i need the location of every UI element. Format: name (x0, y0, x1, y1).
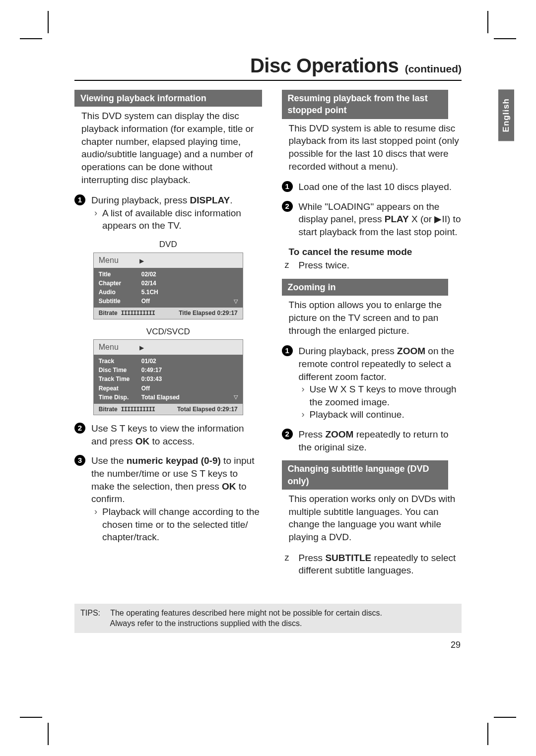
language-tab: English (498, 89, 514, 141)
zoom-intro: This option allows you to enlarge the pi… (289, 299, 462, 337)
viewing-step-1: 1 During playback, press DISPLAY. A list… (74, 194, 262, 232)
step-text: During playback, press ZOOM on the remot… (299, 346, 455, 381)
play-icon: ▶ (139, 344, 144, 352)
section-head-viewing: Viewing playback information (74, 90, 262, 107)
section-head-subtitle: Changing subtitle language (DVD only) (282, 460, 449, 490)
viewing-step-2: 2 Use S T keys to view the information a… (74, 422, 262, 447)
manual-page: English Disc Operations (continued) View… (0, 0, 536, 756)
step-number-icon: 3 (74, 455, 85, 466)
step-text: Use the numeric keypad (0-9) to input th… (91, 455, 254, 504)
crop-mark (487, 11, 488, 33)
step-number-icon: 2 (74, 423, 85, 434)
step-text: Press ZOOM repeatedly to return to the o… (299, 429, 449, 452)
left-column: Viewing playback information This DVD sy… (74, 90, 262, 584)
step-number-icon: 1 (74, 194, 85, 205)
menu-rows: Track01/02 Disc Time0:49:17 Track Time0:… (94, 355, 243, 404)
viewing-step-3: 3 Use the numeric keypad (0-9) to input … (74, 454, 262, 543)
step-text: During playback, press DISPLAY. (91, 195, 232, 205)
menu-header: Menu ▶ (94, 340, 243, 355)
vcd-label: VCD/SVCD (74, 326, 262, 338)
subtitle-step: z Press SUBTITLE repeatedly to select di… (282, 552, 462, 577)
step-number-icon: 1 (282, 345, 293, 356)
menu-header: Menu ▶ (94, 253, 243, 268)
chevron-down-icon: ▽ (234, 298, 238, 305)
play-icon: ▶ (139, 257, 144, 265)
crop-mark (48, 723, 49, 745)
menu-rows: Title02/02 Chapter02/14 Audio5.1CH Subti… (94, 268, 243, 308)
step-text: Press twice. (299, 260, 349, 270)
resuming-step-1: 1 Load one of the last 10 discs played. (282, 181, 462, 193)
crop-mark (494, 717, 516, 718)
tips-label: TIPS: (80, 608, 108, 619)
crop-mark (487, 723, 488, 745)
resuming-intro: This DVD system is able to resume disc p… (289, 122, 462, 173)
zoom-step-2: 2 Press ZOOM repeatedly to return to the… (282, 428, 462, 453)
title-sub: (continued) (405, 63, 462, 74)
step-note: Playback will continue. (299, 408, 462, 421)
tips-line-1: The operating features described here mi… (110, 609, 382, 617)
vcd-menu: Menu ▶ Track01/02 Disc Time0:49:17 Track… (93, 339, 243, 415)
resuming-step-2: 2 While "LOADING" appears on the display… (282, 200, 462, 239)
zoom-step-1: 1 During playback, press ZOOM on the rem… (282, 345, 462, 421)
section-head-zoom: Zooming in (282, 279, 449, 296)
step-note: Playback will change according to the ch… (91, 505, 262, 544)
chevron-down-icon: ▽ (234, 393, 238, 401)
step-text: Use S T keys to view the information and… (91, 423, 244, 446)
dvd-menu: Menu ▶ Title02/02 Chapter02/14 Audio5.1C… (93, 252, 243, 319)
subtitle-intro: This operation works only on DVDs with m… (289, 493, 462, 544)
page-number: 29 (74, 640, 462, 650)
tips-line-2: Always refer to the instructions supplie… (110, 619, 302, 628)
step-text: Load one of the last 10 discs played. (299, 182, 452, 192)
page-title: Disc Operations (continued) (74, 55, 462, 81)
cancel-resume-step: z Press twice. (282, 259, 462, 272)
step-text: While "LOADING" appears on the display p… (299, 201, 461, 237)
title-main: Disc Operations (250, 55, 399, 76)
viewing-intro: This DVD system can display the disc pla… (81, 110, 262, 186)
step-note: A list of available disc information app… (91, 207, 262, 232)
tips-box: TIPS: The operating features described h… (74, 604, 462, 633)
crop-mark (20, 38, 42, 39)
step-number-icon: 1 (282, 181, 293, 192)
bullet-icon: z (285, 259, 289, 271)
menu-footer: Bitrate IIIIIIIIIII Total Elapsed 0:29:1… (94, 404, 243, 415)
crop-mark (20, 717, 42, 718)
step-note: Use W X S T keys to move through the zoo… (299, 383, 462, 408)
dvd-label: DVD (74, 239, 262, 251)
step-number-icon: 2 (282, 201, 293, 212)
right-column: Resuming playback from the last stopped … (282, 90, 462, 584)
step-text: Press SUBTITLE repeatedly to select diff… (299, 553, 456, 576)
crop-mark (494, 38, 516, 39)
bullet-icon: z (285, 552, 289, 564)
crop-mark (48, 11, 49, 33)
step-number-icon: 2 (282, 429, 293, 440)
menu-footer: Bitrate IIIIIIIIIII Title Elapsed 0:29:1… (94, 308, 243, 318)
cancel-resume-head: To cancel the resume mode (289, 246, 462, 258)
section-head-resuming: Resuming playback from the last stopped … (282, 90, 449, 119)
